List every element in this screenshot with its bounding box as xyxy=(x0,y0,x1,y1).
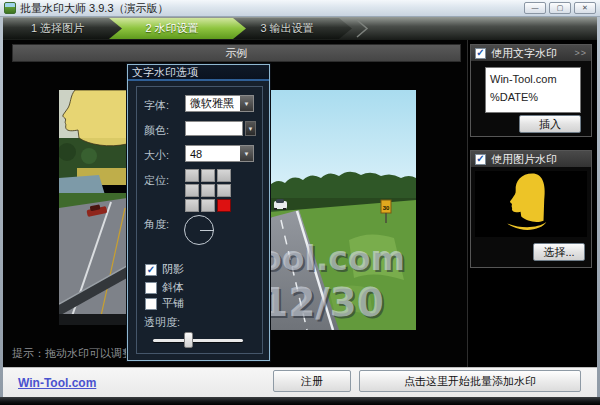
angle-dial[interactable] xyxy=(184,215,214,245)
shadow-checkbox[interactable]: ✓ xyxy=(145,264,157,276)
position-grid-cell[interactable] xyxy=(217,184,231,197)
tile-option[interactable]: ✓ 平铺 xyxy=(145,296,184,311)
title-bar: 批量水印大师 3.9.3（演示版） — ▢ ✕ xyxy=(0,0,600,17)
tile-checkbox[interactable]: ✓ xyxy=(145,298,157,310)
tab-watermark-settings-label: 2 水印设置 xyxy=(145,21,198,36)
font-select[interactable]: 微软雅黑 ▼ xyxy=(185,95,254,112)
position-grid-cell[interactable] xyxy=(201,169,215,182)
tab-output-settings[interactable]: 3 输出设置 xyxy=(232,18,352,39)
check-icon: ✓ xyxy=(476,154,484,164)
head-silhouette-icon xyxy=(502,172,560,236)
opacity-slider-track[interactable] xyxy=(153,339,243,342)
font-label: 字体: xyxy=(144,98,169,113)
position-grid-cell[interactable] xyxy=(185,199,199,212)
color-swatch[interactable] xyxy=(185,121,243,136)
text-watermark-panel-label: 使用文字水印 xyxy=(491,46,557,61)
svg-text:ool.com: ool.com xyxy=(269,239,405,278)
maximize-icon[interactable]: ▢ xyxy=(549,2,571,14)
window-frame-bottom xyxy=(0,397,600,405)
dropdown-arrow-icon[interactable]: ▼ xyxy=(240,96,253,111)
wizard-tab-bar: 1 选择图片 2 水印设置 3 输出设置 xyxy=(3,17,597,40)
opacity-label: 透明度: xyxy=(144,315,180,330)
check-icon: ✓ xyxy=(147,265,155,275)
italic-label: 斜体 xyxy=(162,280,184,295)
expander-icon[interactable]: >> xyxy=(574,48,587,58)
panel-divider xyxy=(467,40,468,367)
position-grid-cell[interactable] xyxy=(217,199,231,212)
example-header-label: 示例 xyxy=(226,46,248,61)
italic-option[interactable]: ✓ 斜体 xyxy=(145,280,184,295)
dialog-title[interactable]: 文字水印选项 xyxy=(128,65,269,81)
app-icon xyxy=(4,2,16,14)
shadow-label: 阴影 xyxy=(162,262,184,277)
image-watermark-panel: ✓ 使用图片水印 选择... xyxy=(470,150,592,268)
tab-select-images-label: 1 选择图片 xyxy=(31,21,84,36)
use-text-watermark-checkbox[interactable]: ✓ xyxy=(475,48,486,59)
svg-text:30: 30 xyxy=(383,205,390,211)
start-batch-button[interactable]: 点击这里开始批量添加水印 xyxy=(359,370,581,392)
register-button[interactable]: 注册 xyxy=(273,370,351,392)
size-label: 大小: xyxy=(144,148,169,163)
shadow-option[interactable]: ✓ 阴影 xyxy=(145,262,184,277)
angle-dial-needle xyxy=(200,230,214,231)
image-watermark-panel-label: 使用图片水印 xyxy=(491,152,557,167)
position-grid-cell[interactable] xyxy=(217,169,231,182)
size-select[interactable]: 48 ▼ xyxy=(185,145,254,162)
footer-bar: Win-Tool.com 注册 点击这里开始批量添加水印 xyxy=(3,367,597,397)
font-value: 微软雅黑 xyxy=(186,96,240,111)
tile-label: 平铺 xyxy=(162,296,184,311)
insert-button[interactable]: 插入 xyxy=(519,115,581,133)
position-grid-cell[interactable] xyxy=(185,169,199,182)
minimize-icon[interactable]: — xyxy=(524,2,546,14)
position-grid xyxy=(185,169,231,212)
position-grid-cell[interactable] xyxy=(201,184,215,197)
use-image-watermark-checkbox[interactable]: ✓ xyxy=(475,154,486,165)
position-label: 定位: xyxy=(144,173,169,188)
select-image-button[interactable]: 选择... xyxy=(533,243,585,261)
italic-checkbox[interactable]: ✓ xyxy=(145,282,157,294)
close-icon[interactable]: ✕ xyxy=(574,2,596,14)
website-link[interactable]: Win-Tool.com xyxy=(18,376,96,390)
app-window: 批量水印大师 3.9.3（演示版） — ▢ ✕ 1 选择图片 2 水印设置 3 … xyxy=(0,0,600,405)
tab-output-settings-label: 3 输出设置 xyxy=(260,21,313,36)
position-grid-cell[interactable] xyxy=(201,199,215,212)
tab-watermark-settings[interactable]: 2 水印设置 xyxy=(108,18,246,39)
text-watermark-panel: ✓ 使用文字水印 >> Win-Tool.com %DATE% 插入 xyxy=(470,44,592,137)
angle-label: 角度: xyxy=(144,217,169,232)
opacity-slider-handle[interactable] xyxy=(184,332,193,348)
chevron-separator-icon xyxy=(355,19,369,38)
dropdown-arrow-icon[interactable]: ▼ xyxy=(245,121,256,136)
size-value: 48 xyxy=(186,148,240,160)
watermark-image-preview xyxy=(475,171,587,237)
position-grid-cell[interactable] xyxy=(185,184,199,197)
watermark-text-input[interactable]: Win-Tool.com %DATE% xyxy=(485,67,581,113)
tab-select-images[interactable]: 1 选择图片 xyxy=(3,18,122,39)
svg-text:12/30: 12/30 xyxy=(269,280,384,325)
image-watermark-panel-header[interactable]: ✓ 使用图片水印 xyxy=(471,151,591,167)
dropdown-arrow-icon[interactable]: ▼ xyxy=(240,146,253,161)
example-header: 示例 xyxy=(12,44,461,62)
color-label: 颜色: xyxy=(144,123,169,138)
text-watermark-panel-header[interactable]: ✓ 使用文字水印 >> xyxy=(471,45,591,61)
preview-image-right[interactable]: 30 ool.com ool.com 12/30 12/30 xyxy=(269,90,416,330)
text-watermark-options-dialog: 文字水印选项 字体: 微软雅黑 ▼ 颜色: ▼ 大小: 48 ▼ 定位: 角度: xyxy=(127,64,270,361)
check-icon: ✓ xyxy=(476,48,484,58)
preview-image-left[interactable] xyxy=(59,90,127,325)
window-title: 批量水印大师 3.9.3（演示版） xyxy=(20,1,169,16)
